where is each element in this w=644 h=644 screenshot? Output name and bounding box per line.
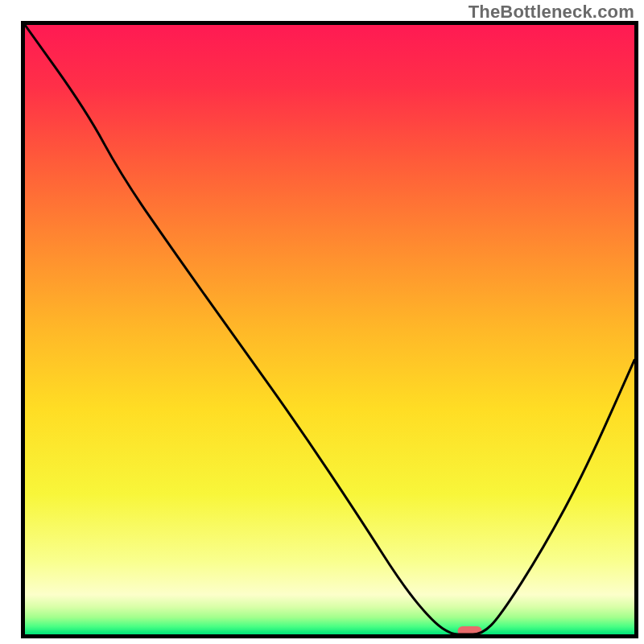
svg-rect-0 [25, 25, 634, 634]
bottleneck-chart: TheBottleneck.com [0, 0, 644, 644]
chart-plot-area [0, 0, 644, 644]
watermark-text: TheBottleneck.com [469, 2, 634, 23]
